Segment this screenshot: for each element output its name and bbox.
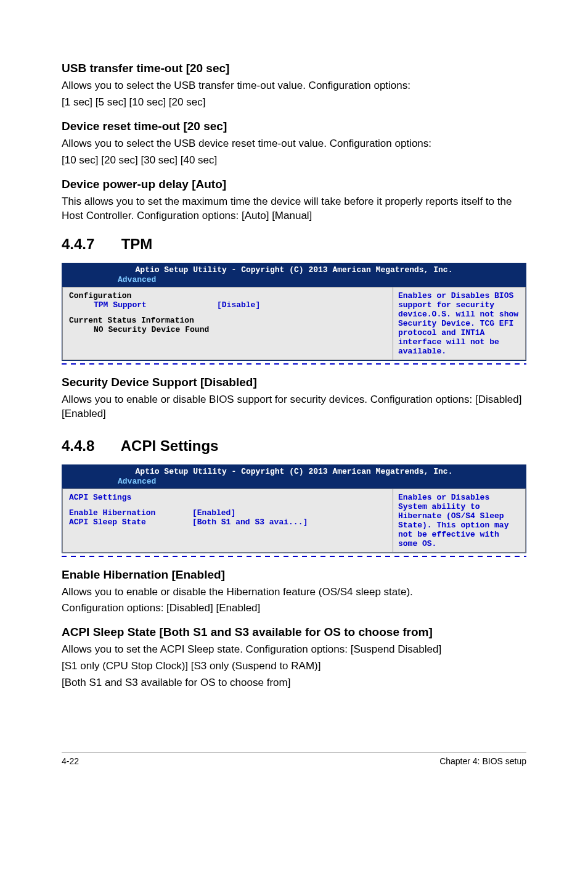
text-sleep-1: Allows you to set the ACPI Sleep state. … (62, 643, 526, 657)
text-sleep-2: [S1 only (CPU Stop Clock)] [S3 only (Sus… (62, 659, 526, 674)
bios-no-device-label: NO Security Device Found (94, 325, 209, 334)
section-number-acpi: 4.4.8 (62, 437, 117, 455)
heading-usb-transfer: USB transfer time-out [20 sec] (62, 62, 526, 75)
text-security-device-support: Allows you to enable or disable BIOS sup… (62, 393, 526, 421)
bios-sleep-state-key: ACPI Sleep State (69, 518, 192, 527)
bios-screenshot-acpi: Aptio Setup Utility - Copyright (C) 2013… (62, 464, 526, 553)
bios-status-info-label: Current Status Information (69, 316, 194, 325)
bios-tpm-support-key: TPM Support (94, 300, 217, 310)
bios-sleep-state-value: [Both S1 and S3 avai...] (192, 518, 308, 527)
section-number-tpm: 4.4.7 (62, 236, 117, 253)
heading-security-device-support: Security Device Support [Disabled] (62, 376, 526, 389)
heading-acpi-sleep-state: ACPI Sleep State [Both S1 and S3 availab… (62, 625, 526, 639)
page-content: USB transfer time-out [20 sec] Allows yo… (0, 0, 588, 791)
text-device-reset-1: Allows you to select the USB device rese… (62, 137, 526, 151)
section-title-acpi: ACPI Settings (121, 437, 219, 454)
heading-device-reset: Device reset time-out [20 sec] (62, 120, 526, 133)
bios-enable-hib-key: Enable Hibernation (69, 508, 192, 518)
bios-help-panel-tpm: Enables or Disables BIOS support for sec… (393, 287, 526, 360)
bios-screenshot-tpm: Aptio Setup Utility - Copyright (C) 2013… (62, 263, 526, 361)
bios-bottom-border-tpm (62, 363, 526, 367)
text-usb-transfer-1: Allows you to select the USB transfer ti… (62, 79, 526, 93)
bios-enable-hib-value: [Enabled] (192, 508, 235, 518)
text-enable-hib-1: Allows you to enable or disable the Hibe… (62, 585, 526, 600)
bios-tpm-support-value: [Disable] (217, 300, 260, 310)
text-device-powerup-1: This allows you to set the maximum time … (62, 195, 526, 223)
bios-main-panel-acpi: ACPI Settings Enable Hibernation [Enable… (62, 489, 393, 553)
bios-tabs-acpi: Advanced (62, 476, 526, 489)
footer-page-number: 4-22 (62, 756, 79, 766)
page-footer: 4-22 Chapter 4: BIOS setup (62, 752, 526, 766)
bios-header-tpm: Aptio Setup Utility - Copyright (C) 2013… (62, 263, 526, 274)
section-heading-tpm: 4.4.7 TPM (62, 236, 526, 253)
text-device-reset-2: [10 sec] [20 sec] [30 sec] [40 sec] (62, 154, 526, 168)
footer-chapter: Chapter 4: BIOS setup (439, 756, 526, 766)
bios-header-acpi: Aptio Setup Utility - Copyright (C) 2013… (62, 465, 526, 476)
heading-device-powerup: Device power-up delay [Auto] (62, 178, 526, 191)
bios-help-panel-acpi: Enables or Disables System ability to Hi… (393, 489, 526, 553)
text-sleep-3: [Both S1 and S3 available for OS to choo… (62, 676, 526, 690)
section-heading-acpi: 4.4.8 ACPI Settings (62, 437, 526, 455)
bios-tab-advanced: Advanced (112, 274, 162, 285)
bios-configuration-label: Configuration (69, 291, 192, 300)
heading-enable-hibernation: Enable Hibernation [Enabled] (62, 568, 526, 582)
text-enable-hib-2: Configuration options: [Disabled] [Enabl… (62, 601, 526, 616)
bios-bottom-border-acpi (62, 556, 526, 559)
bios-acpi-settings-label: ACPI Settings (69, 493, 192, 502)
bios-tab-advanced-acpi: Advanced (112, 476, 162, 487)
bios-tabs-tpm: Advanced (62, 274, 526, 287)
section-title-tpm: TPM (121, 236, 153, 252)
bios-main-panel-tpm: Configuration TPM Support [Disable] Curr… (62, 287, 393, 360)
text-usb-transfer-2: [1 sec] [5 sec] [10 sec] [20 sec] (62, 96, 526, 110)
